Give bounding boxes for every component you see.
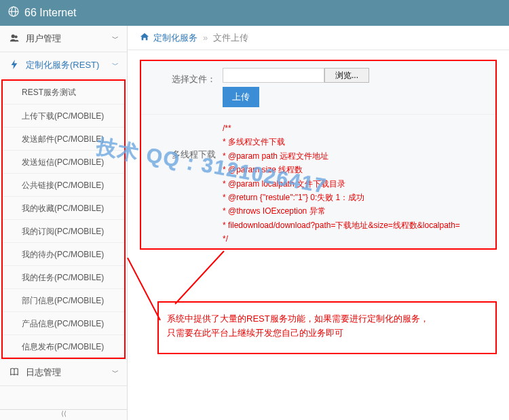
nav-section-custom[interactable]: 定制化服务(REST) ﹀: [0, 52, 127, 78]
code-line: /**: [223, 121, 495, 135]
main-content: 定制化服务 » 文件上传 选择文件： 浏览... 上传 多线程下载 /**: [128, 26, 509, 420]
svg-point-4: [15, 35, 18, 38]
code-line: * @param localpath 文件下载目录: [223, 177, 495, 191]
note-line: 只需要在此平台上继续开发您自己的业务即可: [167, 326, 487, 341]
note-line: 系统中提供了大量的REST服务功能，如果需要进行定制化的服务，: [167, 312, 487, 326]
users-icon: [8, 33, 20, 45]
nav-item[interactable]: 我的待办(PC/MOBILE): [3, 242, 124, 265]
nav-item[interactable]: 发送邮件(PC/MOBILE): [3, 127, 124, 150]
lightning-icon: [8, 60, 20, 71]
code-comment-block: /** * 多线程文件下载 * @param path 远程文件地址 * @pa…: [223, 115, 495, 250]
code-line: * @throws IOException 异常: [223, 204, 495, 218]
breadcrumb-root[interactable]: 定制化服务: [153, 32, 197, 44]
nav-item[interactable]: 我的订阅(PC/MOBILE): [3, 219, 124, 242]
app-title: 66 Internet: [24, 7, 77, 19]
chevron-left-icon: ⟨⟨: [61, 410, 67, 417]
sidebar-collapse-button[interactable]: ⟨⟨: [0, 409, 127, 420]
browse-button[interactable]: 浏览...: [324, 68, 369, 83]
breadcrumb-sep: »: [203, 33, 208, 43]
select-file-label: 选择文件：: [141, 61, 223, 114]
upload-button[interactable]: 上传: [223, 87, 259, 107]
nav-item[interactable]: 发送短信(PC/MOBILE): [3, 150, 124, 173]
code-line: */: [223, 232, 495, 246]
nav-section-log-label: 日志管理: [26, 366, 112, 379]
file-path-input[interactable]: [223, 68, 324, 83]
nav-item[interactable]: 信息发布(PC/MOBILE): [3, 335, 124, 358]
sidebar: 用户管理 ﹀ 定制化服务(REST) ﹀ REST服务测试 上传下载(PC/MO…: [0, 26, 128, 420]
globe-icon: [8, 6, 19, 20]
nav-section-custom-label: 定制化服务(REST): [26, 59, 112, 71]
annotation-note: 系统中提供了大量的REST服务功能，如果需要进行定制化的服务， 只需要在此平台上…: [157, 301, 497, 354]
nav-item[interactable]: 我的收藏(PC/MOBILE): [3, 196, 124, 219]
book-icon: [8, 367, 20, 379]
download-section-label: 多线程下载: [141, 115, 223, 250]
code-line: * filedownload/download?path=下载地址&size=线…: [223, 218, 495, 232]
home-icon: [140, 32, 149, 43]
nav-section-log[interactable]: 日志管理 ﹀: [0, 360, 127, 385]
nav-item[interactable]: 上传下载(PC/MOBILE): [3, 104, 124, 127]
code-line: * @param size 线程数: [223, 163, 495, 176]
nav-item[interactable]: 我的任务(PC/MOBILE): [3, 265, 124, 288]
nav-item[interactable]: 部门信息(PC/MOBILE): [3, 288, 124, 311]
content-panel: 选择文件： 浏览... 上传 多线程下载 /** * 多线程文件下载 * @pa…: [140, 60, 497, 250]
nav-item[interactable]: REST服务测试: [3, 81, 124, 104]
nav-section-user-label: 用户管理: [26, 33, 112, 45]
chevron-down-icon: ﹀: [112, 34, 119, 43]
nav-custom-submenu: REST服务测试 上传下载(PC/MOBILE) 发送邮件(PC/MOBILE)…: [1, 79, 126, 359]
chevron-down-icon: ﹀: [112, 368, 119, 377]
svg-point-3: [12, 34, 15, 37]
nav-item[interactable]: 产品信息(PC/MOBILE): [3, 311, 124, 335]
breadcrumb: 定制化服务 » 文件上传: [128, 26, 509, 50]
breadcrumb-current: 文件上传: [213, 32, 248, 44]
code-line: * 多线程文件下载: [223, 135, 495, 149]
chevron-down-icon: ﹀: [112, 60, 119, 70]
app-header: 66 Internet: [0, 0, 509, 26]
code-line: * @return {"restule":"1"} 0:失败 1：成功: [223, 191, 495, 204]
code-line: * @param path 远程文件地址: [223, 149, 495, 163]
nav-item[interactable]: 公共链接(PC/MOBILE): [3, 173, 124, 196]
svg-marker-5: [12, 60, 18, 69]
nav-section-user[interactable]: 用户管理 ﹀: [0, 26, 127, 52]
